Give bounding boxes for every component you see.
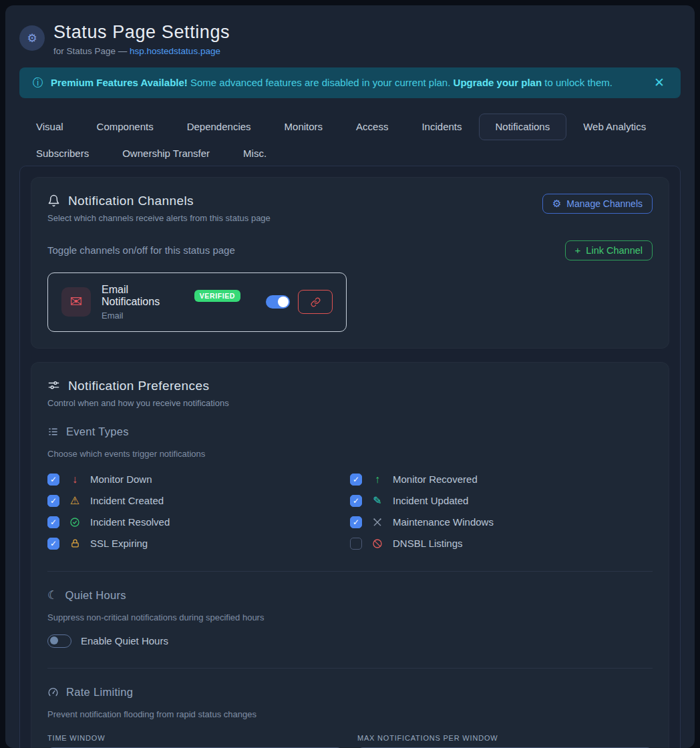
preferences-title: Notification Preferences	[68, 379, 209, 393]
rate-limiting-subtitle: Prevent notification flooding from rapid…	[47, 709, 653, 719]
time-window-group: TIME WINDOW 15 minutes	[47, 734, 343, 748]
max-notifications-label: MAX NOTIFICATIONS PER WINDOW	[357, 734, 653, 742]
channel-name-row: Email Notifications VERIFIED	[102, 284, 240, 308]
preferences-title-row: Notification Preferences	[47, 379, 653, 393]
notification-channels-card: Notification Channels Select which chann…	[31, 177, 669, 349]
quiet-hours-toggle-label: Enable Quiet Hours	[81, 635, 168, 646]
event-label: Incident Created	[90, 495, 164, 506]
tab-web-analytics[interactable]: Web Analytics	[566, 114, 663, 140]
incident-updated-checkbox[interactable]	[350, 495, 362, 507]
tab-components[interactable]: Components	[80, 114, 170, 140]
event-monitor-recovered: ↑ Monitor Recovered	[350, 472, 653, 487]
channels-section-head: Notification Channels Select which chann…	[47, 194, 653, 223]
link-channel-button[interactable]: + Link Channel	[565, 240, 653, 260]
monitor-recovered-checkbox[interactable]	[350, 474, 362, 486]
section-divider	[47, 571, 653, 572]
settings-avatar: ⚙	[19, 25, 45, 51]
quiet-hours-heading: ☾ Quiet Hours	[47, 589, 653, 602]
tab-ownership-transfer[interactable]: Ownership Transfer	[106, 140, 226, 167]
rate-limiting-title: Rate Limiting	[66, 686, 133, 699]
event-types-heading: Event Types	[47, 425, 653, 438]
tools-icon	[371, 517, 384, 528]
tab-misc[interactable]: Misc.	[226, 140, 283, 167]
banner-body: Some advanced features are disabled in y…	[188, 77, 454, 88]
sliders-icon	[47, 379, 60, 392]
event-label: Maintenance Windows	[393, 516, 494, 528]
moon-icon: ☾	[47, 590, 58, 601]
page-title: Status Page Settings	[53, 21, 230, 44]
event-label: Monitor Down	[90, 474, 152, 485]
email-channel-toggle[interactable]	[266, 295, 290, 309]
tab-dependencies[interactable]: Dependencies	[170, 114, 268, 140]
gauge-icon	[47, 687, 59, 698]
rate-limiting-form: TIME WINDOW 15 minutes MAX NOTIFICATIONS…	[47, 734, 653, 748]
event-incident-updated: ✎ Incident Updated	[350, 494, 653, 508]
gear-icon: ⚙	[27, 33, 37, 44]
settings-tabs: Visual Components Dependencies Monitors …	[19, 114, 681, 167]
tab-visual[interactable]: Visual	[19, 114, 80, 140]
link-channel-label: Link Channel	[586, 245, 643, 256]
event-label: Monitor Recovered	[393, 474, 478, 485]
event-incident-resolved: Incident Resolved	[47, 515, 350, 530]
status-page-link[interactable]: hsp.hostedstatus.page	[130, 46, 220, 56]
gear-icon: ⚙	[552, 198, 561, 208]
manage-channels-button[interactable]: ⚙ Manage Channels	[542, 194, 653, 214]
tab-subscribers[interactable]: Subscribers	[19, 140, 106, 167]
maintenance-windows-checkbox[interactable]	[350, 516, 362, 528]
channels-title-row: Notification Channels	[47, 194, 271, 208]
time-window-label: TIME WINDOW	[47, 734, 343, 742]
ssl-expiring-checkbox[interactable]	[47, 538, 59, 550]
plus-icon: +	[575, 245, 581, 255]
quiet-hours-toggle[interactable]	[47, 634, 71, 648]
channel-controls	[266, 290, 333, 314]
upgrade-plan-link[interactable]: Upgrade your plan	[454, 77, 542, 88]
status-page-settings-app: ⚙ Status Page Settings for Status Page —…	[5, 5, 695, 748]
tab-monitors[interactable]: Monitors	[268, 114, 340, 140]
monitor-down-checkbox[interactable]	[47, 474, 59, 486]
tab-access[interactable]: Access	[339, 114, 405, 140]
quiet-hours-toggle-row: Enable Quiet Hours	[47, 634, 653, 648]
arrow-down-icon: ↓	[68, 474, 81, 485]
list-icon	[47, 426, 59, 437]
header-text: Status Page Settings for Status Page — h…	[53, 21, 230, 56]
event-incident-created: ⚠ Incident Created	[47, 494, 350, 508]
banner-message: Premium Features Available! Some advance…	[51, 77, 644, 88]
incident-created-checkbox[interactable]	[47, 495, 59, 507]
channel-name: Email Notifications	[102, 284, 188, 308]
incident-resolved-checkbox[interactable]	[47, 516, 59, 528]
quiet-hours-subtitle: Suppress non-critical notifications duri…	[47, 612, 653, 622]
channels-title: Notification Channels	[68, 194, 194, 208]
channels-heading: Notification Channels Select which chann…	[47, 194, 271, 223]
quiet-hours-title: Quiet Hours	[65, 589, 126, 602]
tab-notifications[interactable]: Notifications	[479, 114, 567, 140]
info-icon: ⓘ	[33, 77, 43, 88]
close-icon: ✕	[654, 75, 665, 89]
notifications-tab-panel: Notification Channels Select which chann…	[19, 166, 681, 748]
event-types-title: Event Types	[66, 425, 129, 438]
notification-preferences-card: Notification Preferences Control when an…	[31, 362, 669, 748]
dnsbl-listings-checkbox[interactable]	[350, 538, 362, 550]
page-subtitle: for Status Page — hsp.hostedstatus.page	[53, 46, 230, 56]
check-circle-icon	[68, 517, 81, 528]
event-types-grid: ↓ Monitor Down ⚠ Incident Created Incide…	[47, 472, 653, 551]
event-label: Incident Resolved	[90, 516, 170, 528]
channel-type: Email	[102, 311, 240, 321]
event-label: SSL Expiring	[90, 538, 148, 549]
rate-limiting-heading: Rate Limiting	[47, 686, 653, 699]
banner-suffix: to unlock them.	[542, 77, 612, 88]
pencil-icon: ✎	[371, 496, 384, 506]
channels-subtitle: Select which channels receive alerts fro…	[47, 213, 271, 223]
channel-link-button[interactable]	[298, 290, 333, 314]
channel-info: Email Notifications VERIFIED Email	[102, 284, 240, 321]
event-label: Incident Updated	[393, 495, 468, 506]
bell-icon	[47, 194, 60, 207]
event-label: DNSBL Listings	[393, 538, 463, 549]
tab-incidents[interactable]: Incidents	[405, 114, 478, 140]
event-maintenance-windows: Maintenance Windows	[350, 515, 653, 530]
verified-badge: VERIFIED	[194, 290, 240, 302]
page-header: ⚙ Status Page Settings for Status Page —…	[19, 21, 681, 56]
warning-icon: ⚠	[68, 496, 81, 506]
event-types-subtitle: Choose which events trigger notification…	[47, 449, 653, 459]
banner-close-button[interactable]: ✕	[651, 75, 667, 90]
section-divider	[47, 668, 653, 669]
